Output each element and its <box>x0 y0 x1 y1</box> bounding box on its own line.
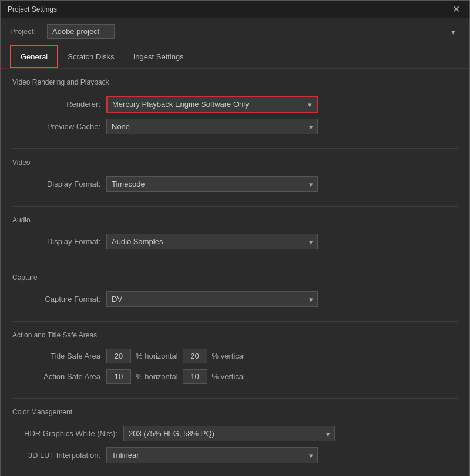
action-safe-h-unit: % horizontal <box>136 372 178 381</box>
tab-general[interactable]: General <box>10 45 58 68</box>
title-safe-v-input[interactable] <box>183 349 207 363</box>
video-display-format-wrap: Timecode <box>106 176 318 192</box>
divider-1 <box>12 148 458 149</box>
title-safe-h-unit: % horizontal <box>136 352 178 360</box>
project-dropdown-wrap: Adobe project <box>47 24 460 39</box>
audio-display-format-label: Display Format: <box>24 237 106 246</box>
capture-format-row: Capture Format: DV <box>12 291 458 307</box>
title-safe-h-input[interactable] <box>106 349 131 363</box>
preview-cache-select[interactable]: None <box>106 119 318 134</box>
capture-format-wrap: DV <box>106 291 318 307</box>
section-color-management: Color Management HDR Graphics White (Nit… <box>12 408 458 463</box>
section-title-safe-areas: Action and Title Safe Areas <box>12 331 458 342</box>
title-safe-label: Title Safe Area <box>24 352 106 360</box>
lut-select-wrap: Trilinear <box>106 447 318 463</box>
section-audio: Audio Display Format: Audio Samples <box>12 216 458 249</box>
action-safe-row: Action Safe Area % horizontal % vertical <box>12 369 458 384</box>
hdr-label: HDR Graphics White (Nits): <box>24 429 123 438</box>
dialog-title: Project Settings <box>8 5 57 13</box>
action-safe-label: Action Safe Area <box>24 372 106 381</box>
action-safe-v-unit: % vertical <box>212 372 245 381</box>
preview-cache-select-wrap: None <box>106 119 318 134</box>
hdr-select[interactable]: 203 (75% HLG, 58% PQ) <box>123 426 335 441</box>
renderer-select-wrap: Mercury Playback Engine Software Only <box>106 96 318 113</box>
section-video: Video Display Format: Timecode <box>12 158 458 192</box>
video-display-format-label: Display Format: <box>24 180 106 188</box>
renderer-row: Renderer: Mercury Playback Engine Softwa… <box>12 96 458 113</box>
video-display-format-select[interactable]: Timecode <box>106 176 318 192</box>
audio-display-format-select[interactable]: Audio Samples <box>106 234 318 249</box>
audio-display-format-wrap: Audio Samples <box>106 234 318 249</box>
title-bar: Project Settings ✕ <box>1 1 469 18</box>
tab-scratch-disks[interactable]: Scratch Disks <box>58 45 123 68</box>
lut-row: 3D LUT Interpolation: Trilinear <box>12 447 458 463</box>
hdr-row: HDR Graphics White (Nits): 203 (75% HLG,… <box>12 426 458 441</box>
preview-cache-row: Preview Cache: None <box>12 119 458 134</box>
preview-cache-label: Preview Cache: <box>24 122 106 131</box>
title-safe-v-unit: % vertical <box>212 352 245 360</box>
project-settings-dialog: Project Settings ✕ Project: Adobe projec… <box>0 0 470 476</box>
project-row: Project: Adobe project <box>1 18 469 45</box>
lut-select[interactable]: Trilinear <box>106 447 318 463</box>
action-safe-v-input[interactable] <box>183 369 207 384</box>
renderer-label: Renderer: <box>24 100 106 109</box>
section-title-capture: Capture <box>12 274 458 284</box>
project-dropdown[interactable]: Adobe project <box>47 24 115 39</box>
title-safe-row: Title Safe Area % horizontal % vertical <box>12 349 458 363</box>
action-safe-h-input[interactable] <box>106 369 131 384</box>
section-title-audio: Audio <box>12 216 458 227</box>
audio-display-format-row: Display Format: Audio Samples <box>12 234 458 249</box>
capture-format-label: Capture Format: <box>24 295 106 303</box>
section-video-rendering: Video Rendering and Playback Renderer: M… <box>12 78 458 134</box>
tab-ingest-settings[interactable]: Ingest Settings <box>124 45 193 68</box>
divider-2 <box>12 206 458 207</box>
section-title-video-rendering: Video Rendering and Playback <box>12 78 458 89</box>
section-title-color-management: Color Management <box>12 408 458 418</box>
lut-label: 3D LUT Interpolation: <box>24 451 106 460</box>
section-capture: Capture Capture Format: DV <box>12 274 458 307</box>
divider-4 <box>12 321 458 322</box>
divider-5 <box>12 398 458 399</box>
project-label: Project: <box>10 27 42 36</box>
renderer-select[interactable]: Mercury Playback Engine Software Only <box>108 97 317 112</box>
capture-format-select[interactable]: DV <box>106 291 318 307</box>
hdr-select-wrap: 203 (75% HLG, 58% PQ) <box>123 426 335 441</box>
content-area: Video Rendering and Playback Renderer: M… <box>1 69 469 476</box>
video-display-format-row: Display Format: Timecode <box>12 176 458 192</box>
divider-3 <box>12 264 458 264</box>
close-button[interactable]: ✕ <box>450 4 462 15</box>
section-title-video: Video <box>12 158 458 169</box>
section-safe-areas: Action and Title Safe Areas Title Safe A… <box>12 331 458 384</box>
tabs-bar: General Scratch Disks Ingest Settings <box>1 45 469 69</box>
